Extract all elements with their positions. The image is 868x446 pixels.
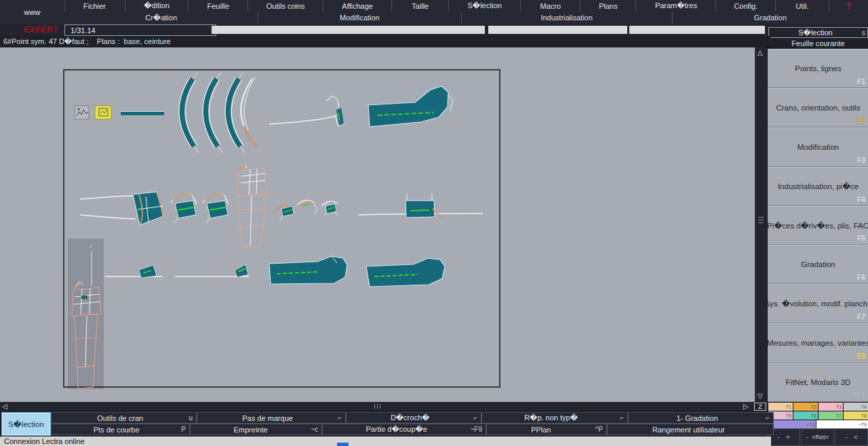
sidebar-item-crans-orientation-outils[interactable]: Crans, orientation, outils F2 [768, 88, 868, 127]
sidebar-item-mesures-mariages-variantes[interactable]: Mesures, mariages, variantes F8 [768, 323, 868, 363]
swatch-t4[interactable]: T4 [844, 403, 868, 411]
connection-status: Connexion Lectra online [0, 437, 771, 446]
bottom-toolbar: S�lection Outils de cran u Pas de marque… [0, 411, 767, 437]
menu-taille[interactable]: Taille [391, 0, 448, 12]
nav-return-button[interactable]: - <Ret> [801, 428, 834, 446]
menu-config[interactable]: Config. [715, 0, 775, 12]
nav-prev-button[interactable]: - < [835, 428, 868, 446]
fkey-f1: F1 [857, 77, 865, 85]
selected-piece-icon[interactable] [95, 106, 111, 119]
menu-util[interactable]: Util. [775, 0, 828, 12]
corner-flag-icon: ⌐ [766, 414, 773, 422]
swatch-t3[interactable]: T3 [818, 403, 843, 411]
sidebar-header-key: s [862, 29, 867, 37]
sidebar-item-fitnet-modaris-3d[interactable]: FitNet, Modaris 3D ^F1 [768, 363, 868, 402]
menu-modification[interactable]: Modification [258, 12, 460, 24]
fkey-f8: F8 [857, 352, 865, 360]
expert-mode-label: EXPERT [24, 25, 58, 35]
menu-feuille[interactable]: Feuille [188, 0, 248, 12]
horizontal-scrollbar[interactable]: ◁ ▷ Z [0, 402, 767, 411]
sidebar-item-sys-evolution-modif-planche[interactable]: Sys. �volution, modif. planche F7 [768, 284, 868, 323]
menu-macro[interactable]: Macro [520, 0, 580, 12]
swatch-t1[interactable]: T1 [768, 403, 793, 411]
sidebar-header[interactable]: S�lection s [768, 27, 868, 38]
tool-pas-de-marque[interactable]: Pas de marque ⌐ [197, 412, 346, 424]
input-bar-2[interactable] [488, 26, 627, 34]
tool-decroche[interactable]: D�croch� ⌐ [346, 412, 481, 424]
vertical-scrollbar[interactable]: △ ▽ [755, 47, 766, 402]
hscroll-grip[interactable] [374, 404, 375, 409]
sidebar-subheader[interactable]: Feuille courante [768, 38, 868, 49]
input-bar-3[interactable] [629, 26, 765, 34]
sidebar-item-gradation[interactable]: Gradation F6 [768, 245, 868, 284]
corner-flag-icon: ⌐ [473, 414, 481, 422]
tool-pts-de-courbe[interactable]: Pts de courbe P [51, 424, 190, 435]
www-button[interactable]: www [0, 0, 65, 24]
menu-affichage[interactable]: Affichage [323, 0, 391, 12]
size-swatch-row-2: T5 T6 T7 T8 [768, 411, 868, 420]
corner-flag-icon: ⌐ [620, 414, 627, 422]
selection-tool-button[interactable]: S�lection [1, 412, 51, 436]
scroll-up-icon[interactable]: △ [757, 49, 763, 56]
zoom-z-button[interactable]: Z [754, 403, 766, 411]
taskbar-peek [337, 443, 349, 446]
sidebar-item-points-lignes[interactable]: Points, lignes F1 [768, 49, 868, 88]
menubar: Fichier �dition Feuille Outils coins Aff… [64, 0, 868, 12]
scale-field[interactable]: 1/31.14 [64, 24, 216, 36]
sidebar-item-modification[interactable]: Modification F3 [768, 127, 868, 167]
scroll-down-icon[interactable]: ▽ [757, 393, 763, 400]
scroll-right-icon[interactable]: ▷ [743, 403, 749, 410]
scroll-left-icon[interactable]: ◁ [2, 403, 7, 410]
swatch-t2[interactable]: T2 [793, 403, 818, 411]
menu-fichier[interactable]: Fichier [64, 0, 125, 12]
size-swatch-row-3: ~T1 ~T9 [768, 420, 868, 428]
tool-empreinte[interactable]: Empreinte ~c [190, 424, 322, 435]
fkey-f2: F2 [857, 117, 865, 125]
menu-help-icon[interactable]: ? [829, 0, 868, 12]
menu-edition[interactable]: �dition [125, 0, 188, 12]
status-bar: 6#Point sym. 47 D�faut ; Plans : base, c… [0, 36, 770, 48]
tool-1-gradation[interactable]: 1- Gradation ⌐ [628, 412, 774, 424]
menu-gradation[interactable]: Gradation [672, 12, 868, 24]
sidebar-item-industrialisation-piece[interactable]: Industrialisation, pi�ce F4 [768, 167, 868, 206]
swatch-t8[interactable]: T8 [844, 411, 868, 420]
menu-selection[interactable]: S�lection [448, 0, 520, 12]
modaris-window: Fichier �dition Feuille Outils coins Aff… [0, 0, 868, 446]
menu-industrialisation[interactable]: Industrialisation [461, 12, 672, 24]
swatch-t6[interactable]: T6 [793, 411, 818, 420]
piece-icon[interactable] [75, 106, 89, 119]
fkey-f6: F6 [857, 273, 865, 281]
menubar-groups: Cr�ation Modification Industrialisation … [64, 12, 868, 24]
tool-pplan[interactable]: PPlan ^P [486, 424, 607, 435]
tool-rangement-utilisateur[interactable]: Rangement utilisateur [607, 424, 774, 435]
menu-parametres[interactable]: Param�tres [635, 0, 715, 12]
sheet-nav-buttons: - > - <Ret> - < [767, 428, 868, 446]
fkey-f4: F4 [857, 195, 865, 203]
sidebar: Points, lignes F1 Crans, orientation, ou… [767, 49, 868, 402]
sidebar-header-label: S�lection [769, 28, 862, 37]
fkey-f5: F5 [857, 234, 865, 242]
tool-rep-non-type[interactable]: R�p. non typ� ⌐ [481, 412, 628, 424]
sidebar-item-pieces-derivees-plis-fao[interactable]: Pi�ces d�riv�es, plis, FAO F5 [768, 206, 868, 245]
menu-plans[interactable]: Plans [580, 0, 635, 12]
tool-outils-de-cran[interactable]: Outils de cran u [51, 412, 197, 424]
pattern-canvas[interactable] [0, 47, 755, 402]
size-swatch-row-1: T1 T2 T3 T4 [768, 402, 868, 411]
swatch-tilde-t1[interactable]: ~T1 [768, 420, 816, 428]
fkey-f7: F7 [857, 312, 865, 321]
fkey-f3: F3 [857, 156, 865, 164]
corner-flag-icon: ⌐ [338, 414, 345, 422]
menu-creation[interactable]: Cr�ation [64, 12, 258, 24]
tool-partie-decoupee[interactable]: Partie d�coup�e ~F9 [322, 424, 486, 435]
fkey-ctrl-f1: ^F1 [853, 391, 865, 399]
swatch-tilde-t9[interactable]: ~T9 [816, 420, 868, 428]
vscroll-grip[interactable] [758, 217, 764, 218]
input-bar-1[interactable] [212, 26, 485, 34]
swatch-t7[interactable]: T7 [818, 411, 843, 420]
pattern-pieces [0, 47, 755, 402]
menu-outils-coins[interactable]: Outils coins [248, 0, 323, 12]
mode-row: EXPERT 1/31.14 [0, 24, 868, 37]
